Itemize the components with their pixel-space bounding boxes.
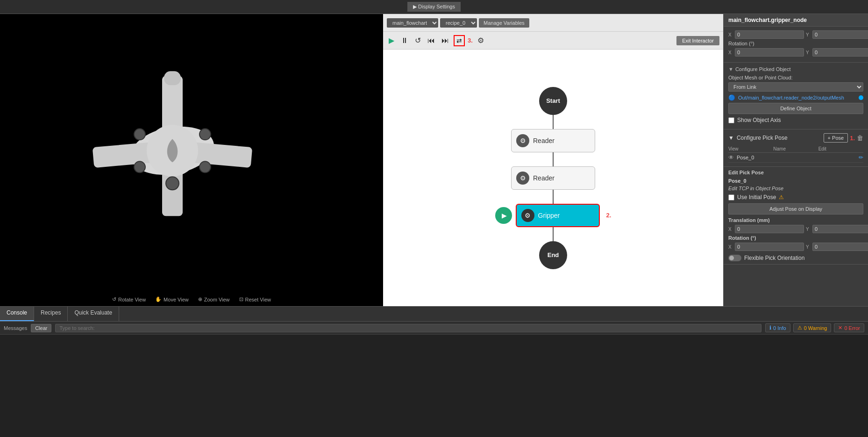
mesh-select[interactable]: From Link xyxy=(728,82,863,92)
pose-edit-icon[interactable]: ✏ xyxy=(859,154,863,161)
info-count: 0 Info xyxy=(773,325,786,331)
trans-x-input[interactable] xyxy=(735,225,804,233)
warning-count: 0 Warning xyxy=(804,325,827,331)
manage-variables-button[interactable]: Manage Variables xyxy=(479,18,529,28)
right-panel: main_flowchart.gripper_node X Y Z xyxy=(723,14,868,306)
pose-view-icon[interactable]: 👁 xyxy=(728,154,734,161)
configure-picked-object-label: Configure Picked Object xyxy=(735,66,791,72)
recipe-dropdown[interactable]: recipe_0 xyxy=(440,18,477,28)
show-object-axis-label: Show Object Axis xyxy=(737,117,781,123)
adjust-pose-button[interactable]: Adjust Pose on Display xyxy=(728,203,863,215)
skip-start-button[interactable]: ⏮ xyxy=(426,36,437,46)
position-section: X Y Z Rotation (°) X xyxy=(724,27,868,63)
pause-button[interactable]: ⏸ xyxy=(399,36,410,46)
use-initial-pose-checkbox[interactable] xyxy=(728,194,734,201)
svg-point-9 xyxy=(199,161,211,172)
show-object-axis-checkbox[interactable] xyxy=(728,117,734,123)
configure-picked-object-section: ▼ Configure Picked Object Object Mesh or… xyxy=(724,63,868,129)
viewport: ↺ Rotate View ✋ Move View ⊕ Zoom View ⊡ … xyxy=(0,14,383,306)
svg-point-6 xyxy=(134,129,145,140)
rotation-header-label: Rotation (°) xyxy=(728,41,863,46)
trans-y-input[interactable] xyxy=(812,225,868,233)
move-view-control[interactable]: ✋ Move View xyxy=(155,296,189,302)
warning-badge-icon: ⚠ xyxy=(797,325,802,331)
end-node[interactable]: End xyxy=(539,241,567,269)
rot-y-input[interactable] xyxy=(812,48,868,57)
flexible-pick-toggle[interactable] xyxy=(728,255,741,261)
mesh-link[interactable]: Out/main_flowchart.reader_node2/outputMe… xyxy=(738,95,856,100)
collapse-arrow-icon: ▼ xyxy=(728,66,733,72)
display-settings-button[interactable]: ▶ Display Settings xyxy=(407,2,461,12)
step-button[interactable]: ⇄ xyxy=(454,35,465,46)
gripper-node[interactable]: ⚙ Gripper xyxy=(516,204,600,227)
tab-recipes[interactable]: Recipes xyxy=(34,307,68,321)
rotate-icon: ↺ xyxy=(112,296,116,302)
rp-header: main_flowchart.gripper_node xyxy=(724,14,868,27)
edit-pick-pose-section: Edit Pick Pose Pose_0 Edit TCP in Object… xyxy=(724,167,868,265)
connector-3 xyxy=(553,190,554,204)
main-flowchart-dropdown[interactable]: main_flowchart xyxy=(387,18,438,28)
play-indicator xyxy=(495,207,512,224)
mesh-label: Object Mesh or Point Cloud: xyxy=(728,75,863,80)
delete-pose-button[interactable]: 🗑 xyxy=(857,134,863,142)
error-badge[interactable]: ✕ 0 Error xyxy=(834,323,864,332)
reader-1-icon: ⚙ xyxy=(516,134,529,147)
reader-node-1[interactable]: ⚙ Reader xyxy=(511,129,595,152)
exit-interactor-button[interactable]: Exit Interactor xyxy=(676,36,719,45)
gripper-row: ⚙ Gripper 2. xyxy=(495,204,612,227)
console-tabs: Console Recipes Quick Evaluate xyxy=(0,307,868,322)
reader-node-2[interactable]: ⚙ Reader xyxy=(511,166,595,190)
play-button[interactable]: ▶ xyxy=(387,35,396,46)
restart-button[interactable]: ↺ xyxy=(413,35,423,46)
use-initial-pose-row: Use Initial Pose ⚠ xyxy=(728,194,863,201)
flexible-pick-label: Flexible Pick Orientation xyxy=(744,255,804,261)
erot-y-input[interactable] xyxy=(812,243,868,251)
add-pose-button[interactable]: + Pose xyxy=(824,133,848,143)
clear-button[interactable]: Clear xyxy=(31,324,51,332)
pos-y-input[interactable] xyxy=(812,30,868,39)
main-area: ↺ Rotate View ✋ Move View ⊕ Zoom View ⊡ … xyxy=(0,14,868,306)
define-object-button[interactable]: Define Object xyxy=(728,103,863,114)
rotate-view-control[interactable]: ↺ Rotate View xyxy=(112,296,146,302)
search-input[interactable] xyxy=(55,324,761,332)
rot-x-field: X xyxy=(728,48,804,57)
warning-icon: ⚠ xyxy=(779,194,784,201)
zoom-view-control[interactable]: ⊕ Zoom View xyxy=(198,296,230,302)
pos-y-field: Y xyxy=(806,30,868,39)
flow-nodes: Start ⚙ Reader ⚙ Reader xyxy=(495,87,612,269)
rot-y-field: Y xyxy=(806,48,868,57)
flowchart-area: main_flowchart recipe_0 Manage Variables… xyxy=(383,14,723,306)
svg-rect-11 xyxy=(164,71,181,85)
pose-step-label: 1. xyxy=(850,135,855,142)
configure-picked-object-header[interactable]: ▼ Configure Picked Object xyxy=(728,66,863,72)
move-icon: ✋ xyxy=(155,296,162,302)
flowchart-canvas: Start ⚙ Reader ⚙ Reader xyxy=(383,50,723,306)
settings-button[interactable]: ⚙ xyxy=(476,35,486,46)
svg-point-10 xyxy=(166,177,179,190)
info-badge[interactable]: ℹ 0 Info xyxy=(765,323,790,332)
reset-view-control[interactable]: ⊡ Reset View xyxy=(239,296,271,302)
rotate-view-label: Rotate View xyxy=(118,297,146,302)
status-badges: ℹ 0 Info ⚠ 0 Warning ✕ 0 Error xyxy=(765,323,864,332)
console-toolbar: Messages Clear ℹ 0 Info ⚠ 0 Warning ✕ 0 … xyxy=(0,322,868,335)
rp-title: main_flowchart.gripper_node xyxy=(728,17,807,23)
bottom-bar: Console Recipes Quick Evaluate Messages … xyxy=(0,306,868,437)
gripper-icon: ⚙ xyxy=(521,209,534,222)
erot-x-input[interactable] xyxy=(735,243,804,251)
tab-quick-evaluate[interactable]: Quick Evaluate xyxy=(68,307,119,321)
3d-model xyxy=(74,62,270,241)
link-dot: 🔵 xyxy=(728,94,735,101)
skip-end-button[interactable]: ⏭ xyxy=(440,36,451,46)
reset-icon: ⊡ xyxy=(239,296,243,302)
playback-bar: ▶ ⏸ ↺ ⏮ ⏭ ⇄ 3. ⚙ Exit Interactor xyxy=(383,32,723,50)
pos-x-input[interactable] xyxy=(735,30,804,39)
start-node[interactable]: Start xyxy=(539,87,567,115)
rot-x-input[interactable] xyxy=(735,48,804,57)
warning-badge[interactable]: ⚠ 0 Warning xyxy=(793,323,832,332)
console-messages xyxy=(0,335,868,437)
console-content: Messages Clear ℹ 0 Info ⚠ 0 Warning ✕ 0 … xyxy=(0,322,868,437)
show-object-axis-row: Show Object Axis xyxy=(728,117,863,123)
pose-name-display: Pose_0 xyxy=(728,178,863,184)
pose-table-header: View Name Edit xyxy=(728,145,863,153)
tab-console[interactable]: Console xyxy=(0,307,34,321)
